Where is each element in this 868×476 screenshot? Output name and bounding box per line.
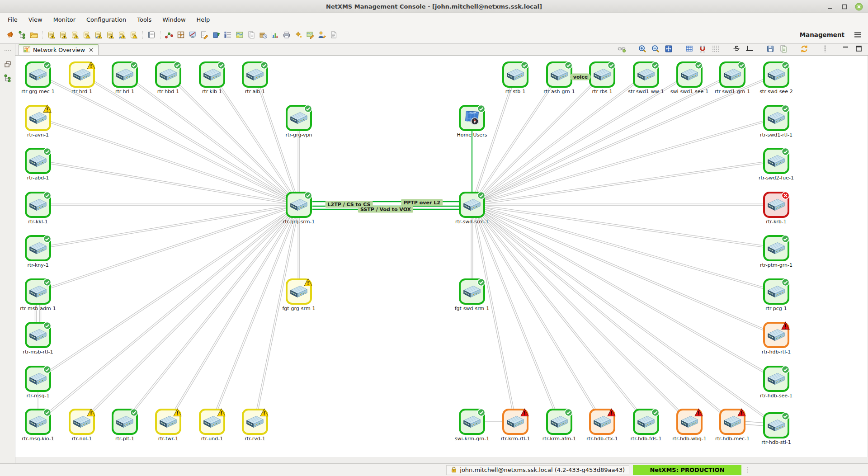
menu-item-window[interactable]: Window <box>157 14 190 25</box>
magnet-icon[interactable] <box>698 44 707 53</box>
notebook-edit-icon[interactable] <box>198 29 210 41</box>
map-node[interactable] <box>763 105 789 131</box>
menu-item-file[interactable]: File <box>3 14 23 25</box>
overflow-icon[interactable] <box>821 44 830 53</box>
alarm-scroll-icon[interactable] <box>104 29 116 41</box>
minimize-view-icon[interactable] <box>841 44 850 53</box>
map-node[interactable] <box>25 409 51 435</box>
alarm-scroll-icon[interactable] <box>46 29 57 41</box>
zoom-in-icon[interactable] <box>638 44 647 53</box>
map-node[interactable] <box>155 61 181 88</box>
map-node[interactable] <box>112 61 138 88</box>
menu-item-tools[interactable]: Tools <box>132 14 156 25</box>
zoom-out-icon[interactable] <box>651 44 660 53</box>
map-node[interactable] <box>763 235 789 261</box>
zoom-fit-icon[interactable] <box>664 44 673 53</box>
map-node[interactable] <box>589 409 615 435</box>
map-node[interactable] <box>25 366 51 392</box>
map-node[interactable] <box>199 61 225 88</box>
map-node[interactable] <box>546 409 572 435</box>
book-upload-icon[interactable] <box>210 29 222 41</box>
tab-close-icon[interactable] <box>89 47 94 52</box>
maximize-window-icon[interactable] <box>840 2 849 11</box>
map-node[interactable] <box>25 105 51 131</box>
alarm-scroll-icon[interactable] <box>128 29 140 41</box>
restore-window-icon[interactable] <box>3 59 13 69</box>
monitor-icon[interactable] <box>187 29 198 41</box>
hamburger-icon[interactable] <box>852 29 863 41</box>
map-node[interactable] <box>286 192 312 218</box>
map-node[interactable] <box>459 409 485 435</box>
grid-icon[interactable] <box>711 44 720 53</box>
alarm-horn-icon[interactable] <box>5 29 16 41</box>
map-node[interactable] <box>112 409 138 435</box>
sparkle-icon[interactable] <box>292 29 304 41</box>
alarm-scroll-icon[interactable] <box>69 29 81 41</box>
map-node[interactable] <box>25 322 51 348</box>
map-node[interactable] <box>589 61 615 88</box>
map-node[interactable] <box>286 278 312 305</box>
checklist-icon[interactable] <box>222 29 234 41</box>
map-node[interactable] <box>719 409 745 435</box>
alarm-scroll-edit-icon[interactable] <box>93 29 104 41</box>
map-node[interactable] <box>546 61 572 88</box>
menu-item-view[interactable]: View <box>24 14 47 25</box>
map-node[interactable] <box>459 192 485 218</box>
user-edit-icon[interactable] <box>316 29 328 41</box>
ortho-link-icon[interactable] <box>745 44 754 53</box>
geo-map-icon[interactable] <box>234 29 245 41</box>
journal-icon[interactable] <box>146 29 157 41</box>
table-grid-icon[interactable] <box>685 44 694 53</box>
map-node[interactable] <box>676 61 703 88</box>
link-icon[interactable] <box>617 44 626 53</box>
map-node[interactable] <box>763 61 789 88</box>
topology-grid-icon[interactable] <box>175 29 187 41</box>
alarm-scroll-icon[interactable] <box>81 29 93 41</box>
maximize-view-icon[interactable] <box>854 44 863 53</box>
map-node[interactable] <box>763 148 789 174</box>
package-clock-icon[interactable] <box>257 29 269 41</box>
map-node[interactable] <box>763 278 789 305</box>
close-window-icon[interactable] <box>854 2 863 11</box>
menu-item-monitor[interactable]: Monitor <box>48 14 80 25</box>
map-edit-icon[interactable] <box>304 29 316 41</box>
menu-item-help[interactable]: Help <box>192 14 215 25</box>
map-node[interactable] <box>763 322 789 348</box>
open-folder-icon[interactable] <box>28 29 40 41</box>
map-node[interactable] <box>25 278 51 305</box>
map-node[interactable] <box>286 105 312 131</box>
map-node[interactable] <box>242 409 268 435</box>
map-node[interactable] <box>676 409 703 435</box>
save-icon[interactable] <box>766 44 775 53</box>
map-node[interactable] <box>633 61 659 88</box>
menu-item-configuration[interactable]: Configuration <box>81 14 131 25</box>
printer-icon[interactable] <box>281 29 292 41</box>
map-node[interactable] <box>763 192 789 218</box>
map-node[interactable] <box>155 409 181 435</box>
sync-icon[interactable] <box>800 44 809 53</box>
copy-doc-icon[interactable] <box>779 44 788 53</box>
map-node[interactable] <box>25 148 51 174</box>
alarm-scroll-icon[interactable] <box>57 29 69 41</box>
map-node[interactable] <box>69 409 95 435</box>
map-node[interactable] <box>69 61 95 88</box>
minimize-window-icon[interactable] <box>826 2 835 11</box>
map-node[interactable] <box>633 409 659 435</box>
map-node[interactable] <box>459 105 485 131</box>
map-node[interactable] <box>25 61 51 88</box>
map-node[interactable] <box>199 409 225 435</box>
object-tree-icon[interactable] <box>3 73 13 83</box>
map-node[interactable] <box>459 278 485 305</box>
map-node[interactable] <box>25 192 51 218</box>
alarm-scroll-edit-icon[interactable] <box>116 29 128 41</box>
status-graph-icon[interactable] <box>163 29 175 41</box>
map-node[interactable] <box>763 366 789 392</box>
tab-network-overview[interactable]: Network Overview <box>19 44 99 55</box>
copy-icon[interactable] <box>245 29 257 41</box>
map-node[interactable] <box>502 409 528 435</box>
object-tree-icon[interactable] <box>16 29 28 41</box>
map-node[interactable] <box>502 61 528 88</box>
map-node[interactable] <box>242 61 268 88</box>
map-node[interactable] <box>719 61 745 88</box>
map-node[interactable] <box>25 235 51 261</box>
